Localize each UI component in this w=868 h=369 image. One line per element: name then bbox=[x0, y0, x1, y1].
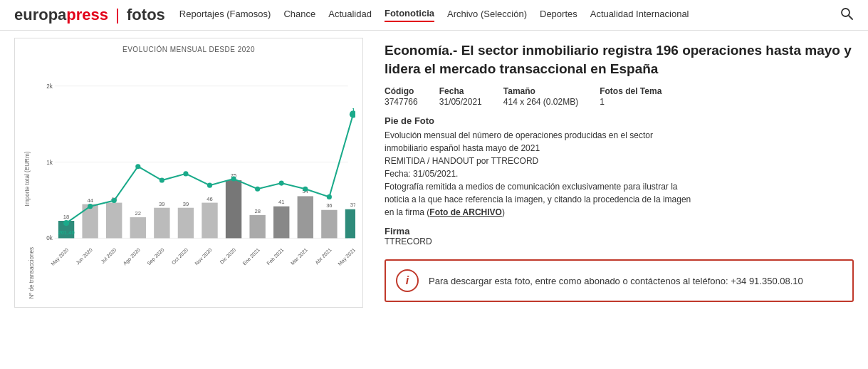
article-title: Economía.- El sector inmobiliario regist… bbox=[385, 41, 854, 78]
logo-fotos: fotos bbox=[127, 6, 165, 24]
logo-press: press bbox=[66, 6, 108, 24]
main-content: EVOLUCIÓN MENSUAL DESDE 2020 Importe tot… bbox=[0, 31, 868, 315]
svg-text:Nº de transacciones: Nº de transacciones bbox=[28, 247, 35, 299]
chart-svg: Importe total (EURm) 2k 1k 0k bbox=[22, 58, 355, 300]
tamano-value: 414 x 264 (0.02MB) bbox=[503, 97, 578, 107]
search-icon[interactable] bbox=[840, 6, 854, 24]
bar-abr2021 bbox=[321, 210, 337, 239]
point-ene2021 bbox=[255, 187, 260, 192]
chart-container: EVOLUCIÓN MENSUAL DESDE 2020 Importe tot… bbox=[14, 38, 363, 308]
svg-text:46: 46 bbox=[206, 196, 212, 202]
svg-text:201,40: 201,40 bbox=[58, 229, 74, 236]
main-nav: Reportajes (Famosos) Chance Actualidad F… bbox=[179, 8, 825, 22]
point-mar2021 bbox=[303, 187, 308, 192]
svg-text:Jun 2020: Jun 2020 bbox=[75, 247, 93, 266]
nav-archivo[interactable]: Archivo (Selección) bbox=[447, 9, 527, 21]
header: europapress | fotos Reportajes (Famosos)… bbox=[0, 0, 868, 31]
nav-actualidad-internacional[interactable]: Actualidad Internacional bbox=[590, 9, 689, 21]
bar-oct2020 bbox=[178, 208, 194, 239]
bar-ene2021 bbox=[249, 215, 265, 239]
point-sep2020 bbox=[160, 177, 164, 182]
svg-text:0k: 0k bbox=[46, 235, 53, 241]
bar-jun2020 bbox=[82, 204, 98, 239]
svg-text:1k: 1k bbox=[46, 160, 53, 166]
svg-text:36: 36 bbox=[326, 202, 332, 209]
svg-text:Importe total (EURm): Importe total (EURm) bbox=[24, 151, 31, 206]
fotos-value: 1 bbox=[600, 97, 605, 107]
point-jul2020 bbox=[112, 198, 117, 203]
meta-fotos: Fotos del Tema 1 bbox=[600, 86, 662, 107]
svg-text:22: 22 bbox=[135, 210, 141, 217]
bar-jul2020 bbox=[106, 203, 122, 239]
fotos-label: Fotos del Tema bbox=[600, 86, 662, 96]
svg-text:2k: 2k bbox=[46, 83, 53, 90]
pie-de-foto-text: Evolución mensual del número de operacio… bbox=[385, 129, 854, 219]
svg-text:Ago 2020: Ago 2020 bbox=[122, 247, 142, 266]
svg-text:Mar 2021: Mar 2021 bbox=[290, 247, 309, 266]
bar-sep2020 bbox=[154, 208, 169, 239]
meta-tamano: Tamaño 414 x 264 (0.02MB) bbox=[503, 86, 578, 107]
svg-text:Abr 2021: Abr 2021 bbox=[314, 247, 333, 266]
chart-wrap: Importe total (EURm) 2k 1k 0k bbox=[22, 58, 355, 300]
nav-deportes[interactable]: Deportes bbox=[540, 9, 577, 21]
tamano-label: Tamaño bbox=[503, 86, 578, 96]
svg-text:39: 39 bbox=[159, 201, 164, 207]
point-abr2021 bbox=[327, 194, 332, 199]
svg-text:Ene 2021: Ene 2021 bbox=[241, 247, 261, 266]
svg-text:Sep 2020: Sep 2020 bbox=[146, 247, 165, 266]
svg-text:Feb 2021: Feb 2021 bbox=[266, 247, 285, 266]
nav-reportajes[interactable]: Reportajes (Famosos) bbox=[179, 9, 271, 21]
foto-archivo-link[interactable]: Foto de ARCHIVO bbox=[429, 207, 502, 217]
download-text: Para descargar esta foto, entre como abo… bbox=[429, 274, 803, 289]
firma-label: Firma bbox=[385, 226, 854, 237]
nav-chance[interactable]: Chance bbox=[283, 9, 315, 21]
meta-fecha: Fecha 31/05/2021 bbox=[439, 86, 482, 107]
firma-value: TTRECORD bbox=[385, 237, 854, 246]
download-box: i Para descargar esta foto, entre como a… bbox=[385, 259, 854, 302]
bar-mar2021 bbox=[298, 196, 313, 238]
point-ago2020 bbox=[135, 164, 140, 169]
svg-text:41: 41 bbox=[278, 199, 284, 205]
chart-title: EVOLUCIÓN MENSUAL DESDE 2020 bbox=[22, 46, 355, 53]
meta-row: Código 3747766 Fecha 31/05/2021 Tamaño 4… bbox=[385, 86, 854, 107]
point-may2020 bbox=[63, 220, 69, 226]
codigo-value: 3747766 bbox=[385, 97, 418, 107]
svg-text:Dic 2020: Dic 2020 bbox=[219, 247, 238, 266]
point-dic2020 bbox=[231, 176, 236, 181]
svg-text:39: 39 bbox=[183, 201, 189, 207]
svg-text:28: 28 bbox=[254, 208, 260, 214]
bar-nov2020 bbox=[202, 203, 217, 239]
logo-separator: | bbox=[111, 6, 124, 24]
codigo-label: Código bbox=[385, 86, 418, 96]
info-panel: Economía.- El sector inmobiliario regist… bbox=[385, 38, 854, 308]
fecha-value: 31/05/2021 bbox=[439, 97, 482, 107]
logo-europa: europa bbox=[14, 6, 66, 24]
bar-may2021 bbox=[345, 209, 355, 239]
svg-text:Jul 2020: Jul 2020 bbox=[100, 247, 118, 265]
point-nov2020 bbox=[207, 183, 212, 188]
svg-text:18: 18 bbox=[63, 214, 69, 220]
logo: europapress | fotos bbox=[14, 6, 165, 24]
svg-text:37: 37 bbox=[350, 202, 355, 208]
point-jun2020 bbox=[88, 204, 93, 209]
point-oct2020 bbox=[183, 171, 188, 176]
meta-codigo: Código 3747766 bbox=[385, 86, 418, 107]
svg-line-1 bbox=[849, 15, 853, 19]
svg-text:44: 44 bbox=[87, 197, 93, 204]
info-icon: i bbox=[396, 269, 419, 292]
bar-ago2020 bbox=[130, 217, 146, 239]
bar-feb2021 bbox=[273, 207, 289, 239]
point-feb2021 bbox=[279, 181, 284, 186]
svg-text:May 2021: May 2021 bbox=[337, 247, 355, 267]
nav-fotonoticia[interactable]: Fotonoticia bbox=[385, 8, 434, 22]
svg-text:1.628,35: 1.628,35 bbox=[352, 107, 355, 113]
pie-de-foto-label: Pie de Foto bbox=[385, 115, 854, 126]
fecha-label: Fecha bbox=[439, 86, 482, 96]
svg-text:Nov 2020: Nov 2020 bbox=[194, 247, 213, 266]
bar-dic2020 bbox=[226, 180, 241, 238]
svg-text:Oct 2020: Oct 2020 bbox=[171, 247, 189, 266]
nav-actualidad[interactable]: Actualidad bbox=[328, 9, 372, 21]
svg-text:May 2020: May 2020 bbox=[50, 247, 70, 267]
